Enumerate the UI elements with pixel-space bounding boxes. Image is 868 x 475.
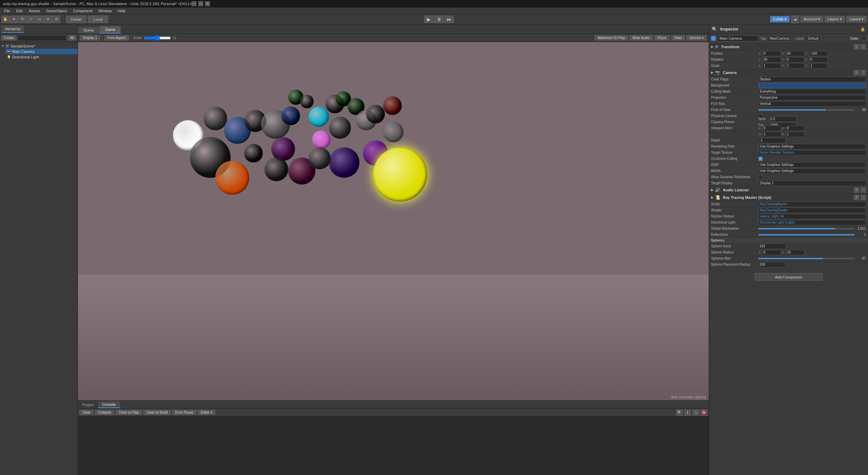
audio-info-btn[interactable]: ? [854, 187, 859, 193]
static-checkbox[interactable] [862, 36, 866, 40]
clear-on-play-btn[interactable]: Clear on Play [116, 410, 142, 415]
scene-root[interactable]: ▼ 🎬 SampleScene* [0, 43, 78, 49]
rt-light-value[interactable]: Directional Light (Light) [758, 220, 866, 225]
error-pause-btn[interactable]: Error Pause [172, 410, 196, 415]
menu-file[interactable]: File [1, 8, 13, 14]
center-btn[interactable]: Center [66, 16, 86, 23]
rotation-y-input[interactable] [786, 57, 805, 62]
ray-info-btn[interactable]: ? [854, 195, 859, 200]
rotation-x-input[interactable] [763, 57, 781, 62]
console-error-icon[interactable]: ⛔ [701, 410, 707, 416]
menu-gameobject[interactable]: GameObject [43, 8, 70, 14]
console-tab[interactable]: Console [98, 401, 120, 408]
vsync-btn[interactable]: VSync [654, 35, 670, 40]
transform-info-btn[interactable]: ? [854, 44, 859, 50]
audio-menu-btn[interactable]: ⋮ [861, 187, 866, 193]
sphere-placement-input[interactable] [758, 262, 786, 267]
menu-edit[interactable]: Edit [14, 8, 25, 14]
console-info-icon[interactable]: ℹ [684, 410, 691, 416]
ray-tracing-header[interactable]: ▶ 📜 Ray Tracing Master (Script) ? ⋮ [709, 194, 868, 201]
sm-slider-track[interactable] [758, 258, 854, 259]
clear-on-build-btn[interactable]: Clear on Build [143, 410, 171, 415]
vp-y-input[interactable] [786, 126, 805, 131]
hierarchy-search[interactable] [18, 35, 66, 41]
rotate-tool[interactable]: ↻ [18, 16, 26, 23]
projection-value[interactable]: Perspective [758, 95, 866, 100]
menu-window[interactable]: Window [96, 8, 114, 14]
maximize-btn[interactable]: □ [198, 1, 203, 6]
custom-tool[interactable]: ⊙ [52, 16, 60, 23]
audio-listener-header[interactable]: ▶ 🔊 Audio Listener ? ⋮ [709, 186, 868, 194]
occlusion-culling-checkbox[interactable]: ✓ [758, 157, 763, 161]
console-warn-icon[interactable]: ⚠ [692, 410, 699, 416]
collapse-btn[interactable]: Collapse [95, 410, 114, 415]
console-search-icon[interactable]: 🔍 [676, 410, 683, 416]
scene-tab[interactable]: Scene [78, 27, 100, 34]
directional-light-item[interactable]: 💡 Directional Light [5, 54, 78, 60]
step-btn[interactable]: ⏭ [445, 16, 454, 23]
gizmos-btn[interactable]: Gizmos ▾ [686, 35, 707, 40]
object-name-input[interactable] [718, 35, 758, 41]
allow-dynamic-checkbox[interactable] [758, 175, 763, 179]
minimize-btn[interactable]: ─ [192, 1, 196, 6]
near-input[interactable] [769, 116, 796, 122]
hand-tool[interactable]: ✋ [1, 16, 9, 23]
add-component-btn[interactable]: Add Component [755, 273, 823, 281]
ref-slider-track[interactable] [758, 234, 854, 235]
menu-component[interactable]: Component [70, 8, 95, 14]
gi-slider-track[interactable] [758, 228, 854, 229]
ray-menu-btn[interactable]: ⋮ [861, 195, 866, 200]
depth-input[interactable] [758, 138, 786, 143]
hdr-value[interactable]: Use Graphics Settings [758, 162, 866, 168]
transform-header[interactable]: ▶ ⟳ Transform ? ⋮ [709, 43, 868, 51]
aspect-btn[interactable]: Free Aspect [104, 35, 129, 40]
menu-help[interactable]: Help [115, 8, 128, 14]
transform-menu-btn[interactable]: ⋮ [861, 44, 866, 50]
scene-view[interactable]: Auto Generate Lighting [78, 42, 709, 400]
fov-slider-track[interactable] [758, 109, 854, 111]
camera-menu-btn[interactable]: ⋮ [861, 70, 866, 75]
all-btn[interactable]: All [68, 35, 76, 40]
clear-flags-value[interactable]: Skybox [758, 77, 866, 82]
move-tool[interactable]: ✛ [10, 16, 18, 23]
cloud-btn[interactable]: ☁ [791, 16, 799, 23]
sr-y-input[interactable] [786, 250, 805, 255]
create-btn[interactable]: Create [1, 35, 16, 40]
culling-mask-value[interactable]: Everything [758, 89, 866, 94]
lock-icon[interactable]: 🔒 [860, 27, 865, 32]
rt-shader-value[interactable]: RayTracingShader [758, 208, 866, 213]
pause-btn[interactable]: ⏸ [434, 16, 444, 23]
rotation-z-input[interactable] [809, 57, 828, 62]
scale-y-input[interactable] [786, 63, 805, 69]
background-color[interactable] [758, 83, 866, 88]
display-btn[interactable]: Display 1 [80, 35, 100, 40]
collab-btn[interactable]: Collab ▾ [770, 16, 790, 22]
target-texture-value[interactable]: None (Render Texture) [758, 150, 866, 155]
camera-info-btn[interactable]: ? [854, 70, 859, 75]
menu-assets[interactable]: Assets [26, 8, 43, 14]
layout-btn[interactable]: Layout ▾ [846, 16, 867, 22]
tag-value[interactable]: MainCamera [768, 36, 791, 41]
sphere-seed-input[interactable] [758, 244, 786, 249]
main-camera-item[interactable]: 📷 Main Camera [5, 49, 78, 54]
scale-slider[interactable] [144, 36, 171, 40]
fov-axis-value[interactable]: Vertical [758, 101, 866, 107]
camera-header[interactable]: ▶ 📷 Camera ? ⋮ [709, 69, 868, 76]
rendering-path-value[interactable]: Use Graphics Settings [758, 144, 866, 149]
rect-tool[interactable]: ▭ [35, 16, 43, 23]
rt-script-value[interactable]: RayTracingMaster [758, 202, 866, 207]
hierarchy-tab[interactable]: Hierarchy [1, 25, 24, 33]
transform-all-tool[interactable]: ✦ [44, 16, 52, 23]
rt-skybox-value[interactable]: satara_night_4k [758, 214, 866, 219]
project-tab[interactable]: Project [78, 402, 98, 408]
scale-tool[interactable]: ⤢ [27, 16, 35, 23]
pivot-btn[interactable]: Local [88, 16, 108, 23]
maximize-on-play-btn[interactable]: Maximize On Play [595, 35, 628, 40]
mute-audio-btn[interactable]: Mute Audio [630, 35, 653, 40]
position-y-input[interactable] [786, 51, 805, 56]
position-x-input[interactable] [763, 51, 781, 56]
object-active-checkbox[interactable] [711, 36, 716, 41]
position-z-input[interactable] [809, 51, 828, 56]
vp-x-input[interactable] [763, 126, 781, 131]
vp-w-input[interactable] [763, 132, 781, 137]
